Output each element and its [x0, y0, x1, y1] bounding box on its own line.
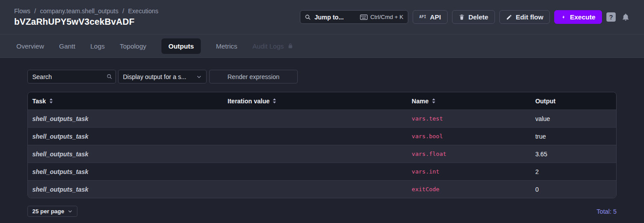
keyboard-icon: [360, 15, 368, 20]
edit-flow-button[interactable]: Edit flow: [499, 10, 550, 24]
jump-to-label: Jump to...: [314, 14, 356, 21]
output-cell: true: [531, 133, 616, 140]
header-left: Flows / company.team.shell_outputs / Exe…: [14, 8, 158, 27]
sort-icon[interactable]: [432, 98, 436, 104]
task-cell: shell_outputs_task: [28, 151, 223, 158]
lightning-icon: [561, 14, 566, 20]
help-button[interactable]: ?: [606, 12, 616, 22]
shortcut-hint: Ctrl/Cmd + K: [360, 14, 403, 20]
delete-button[interactable]: Delete: [452, 10, 495, 24]
chevron-down-icon: [196, 74, 202, 79]
search-icon: [107, 74, 112, 79]
per-page-value: 25 per page: [32, 208, 64, 215]
name-cell: vars.float: [407, 151, 531, 157]
api-button-label: API: [430, 13, 441, 21]
tab-topology[interactable]: Topology: [120, 42, 146, 50]
execute-button-label: Execute: [570, 13, 595, 21]
search-input[interactable]: [27, 70, 116, 83]
output-cell: 2: [531, 168, 616, 175]
column-header-task-label: Task: [32, 98, 46, 105]
breadcrumb-separator: /: [123, 8, 124, 15]
api-icon: API: [419, 15, 426, 19]
name-cell: vars.int: [407, 168, 531, 175]
top-header: Flows / company.team.shell_outputs / Exe…: [0, 0, 644, 34]
sort-icon[interactable]: [272, 98, 276, 104]
outputs-table: Task Iteration value Name Output: [27, 92, 617, 198]
task-cell: shell_outputs_task: [28, 186, 223, 193]
pencil-icon: [506, 14, 512, 20]
execute-button[interactable]: Execute: [554, 10, 602, 24]
display-output-select[interactable]: Display output for a s...: [118, 70, 207, 83]
filter-bar: Display output for a s... Render express…: [27, 70, 617, 83]
header-actions: Jump to... Ctrl/Cmd + K API API Delete E…: [300, 10, 630, 24]
lock-icon: [288, 43, 293, 49]
bell-icon: [621, 13, 630, 21]
column-header-name[interactable]: Name: [407, 98, 531, 105]
outputs-panel: Display output for a s... Render express…: [0, 58, 644, 217]
jump-to-button[interactable]: Jump to... Ctrl/Cmd + K: [300, 10, 408, 24]
breadcrumb-item-namespace[interactable]: company.team.shell_outputs: [40, 8, 118, 15]
table-row[interactable]: shell_outputs_task vars.int 2: [28, 163, 616, 180]
output-cell: 0: [531, 186, 616, 193]
trash-icon: [459, 14, 465, 20]
render-expression-button[interactable]: Render expression: [209, 70, 298, 83]
notifications-button[interactable]: [621, 13, 630, 21]
output-cell: value: [531, 115, 616, 122]
column-header-iteration-value[interactable]: Iteration value: [223, 98, 407, 105]
name-cell: vars.bool: [407, 133, 531, 140]
tab-audit-logs-label: Audit Logs: [253, 42, 284, 50]
tab-overview[interactable]: Overview: [16, 42, 44, 50]
column-header-name-label: Name: [412, 98, 429, 105]
tab-gantt[interactable]: Gantt: [59, 42, 76, 50]
search-icon: [305, 14, 311, 20]
question-mark-icon: ?: [609, 14, 613, 21]
edit-flow-button-label: Edit flow: [516, 13, 544, 21]
table-row[interactable]: shell_outputs_task vars.test value: [28, 110, 616, 127]
delete-button-label: Delete: [468, 13, 488, 21]
page-title: bVZaRhUPY5wV3cekBvADF: [14, 17, 158, 27]
shortcut-label: Ctrl/Cmd + K: [370, 14, 403, 20]
tab-metrics[interactable]: Metrics: [216, 42, 237, 50]
breadcrumb-item-executions[interactable]: Executions: [128, 8, 158, 15]
tab-outputs[interactable]: Outputs: [161, 38, 201, 54]
display-output-select-value: Display output for a s...: [123, 73, 186, 80]
column-header-output: Output: [531, 98, 616, 105]
table-header-row: Task Iteration value Name Output: [28, 92, 616, 110]
table-row[interactable]: shell_outputs_task vars.float 3.65: [28, 145, 616, 163]
per-page-select[interactable]: 25 per page: [27, 206, 77, 217]
name-cell: exitCode: [407, 186, 531, 193]
search-field-wrap: [27, 70, 116, 83]
column-header-task[interactable]: Task: [28, 98, 223, 105]
breadcrumb-item-flows[interactable]: Flows: [14, 8, 31, 15]
table-row[interactable]: shell_outputs_task exitCode 0: [28, 180, 616, 198]
chevron-down-icon: [68, 209, 73, 214]
task-cell: shell_outputs_task: [28, 133, 223, 140]
breadcrumb: Flows / company.team.shell_outputs / Exe…: [14, 8, 158, 15]
tab-logs[interactable]: Logs: [90, 42, 105, 50]
output-cell: 3.65: [531, 151, 616, 158]
name-cell: vars.test: [407, 115, 531, 122]
tab-audit-logs: Audit Logs: [253, 42, 293, 50]
pagination-bar: 25 per page Total: 5: [27, 206, 617, 217]
sort-icon[interactable]: [49, 98, 53, 104]
task-cell: shell_outputs_task: [28, 168, 223, 175]
api-button[interactable]: API API: [413, 10, 448, 24]
execution-tabs: Overview Gantt Logs Topology Outputs Met…: [0, 34, 644, 58]
column-header-output-label: Output: [535, 98, 556, 105]
table-row[interactable]: shell_outputs_task vars.bool true: [28, 127, 616, 145]
column-header-iteration-value-label: Iteration value: [228, 98, 270, 105]
breadcrumb-separator: /: [34, 8, 36, 15]
total-count: Total: 5: [597, 208, 617, 215]
task-cell: shell_outputs_task: [28, 115, 223, 122]
